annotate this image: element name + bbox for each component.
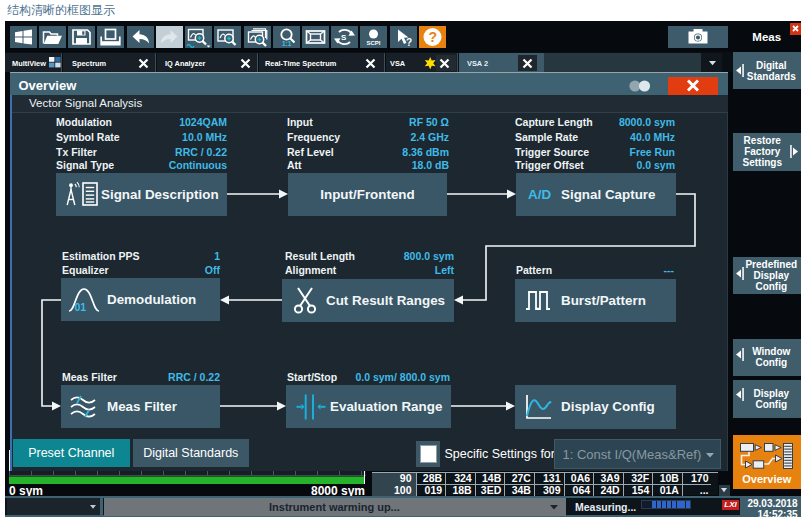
svg-text:01: 01 — [75, 301, 87, 313]
svg-text:1:1: 1:1 — [282, 40, 292, 47]
svg-text:S: S — [341, 33, 347, 42]
svg-text:?: ? — [428, 29, 437, 45]
svg-text:SCPI: SCPI — [367, 40, 381, 46]
svg-text:?: ? — [406, 37, 412, 48]
